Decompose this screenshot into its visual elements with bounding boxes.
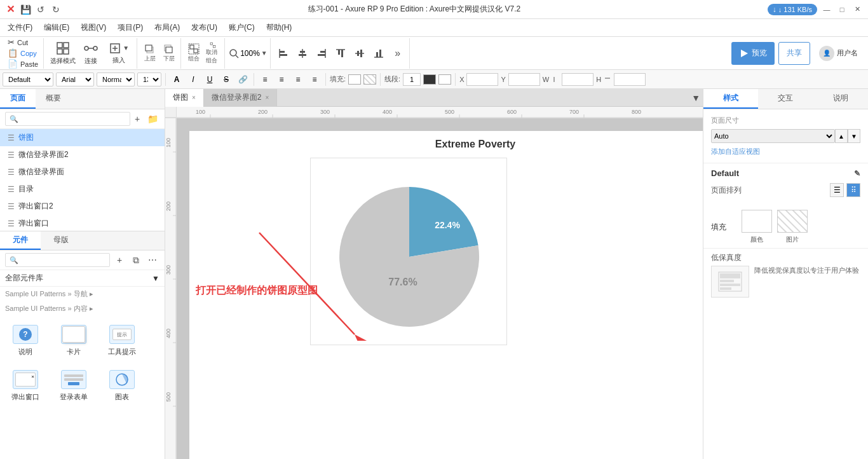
save-icon[interactable]: 💾 xyxy=(20,4,31,15)
font-size-select[interactable]: 13 xyxy=(137,72,161,86)
tab-pages[interactable]: 页面 xyxy=(0,89,36,109)
comp-item-0[interactable]: ? 说明 xyxy=(3,319,48,361)
comp-item-1[interactable]: 卡片 xyxy=(51,319,97,361)
group-button[interactable]: 组合 xyxy=(185,41,203,66)
comp-item-3[interactable]: × 弹出窗口 xyxy=(3,364,48,406)
more-align-button[interactable]: » xyxy=(389,41,407,66)
page-item-popup[interactable]: ☰ 弹出窗口 xyxy=(0,215,165,231)
y-input[interactable] xyxy=(508,73,540,86)
comp-library-select[interactable]: 全部元件库 ▼ xyxy=(0,270,165,287)
redo-icon[interactable]: ↻ xyxy=(51,4,61,15)
menu-project[interactable]: 项目(P) xyxy=(112,21,148,34)
page-item-mulu[interactable]: ☰ 目录 xyxy=(0,181,165,198)
tab-masters[interactable]: 母版 xyxy=(41,231,81,250)
chart-frame[interactable]: 22.4% 77.6% xyxy=(310,158,507,345)
menu-account[interactable]: 账户(C) xyxy=(224,21,260,34)
paste-button[interactable]: 📄 Paste xyxy=(5,58,41,69)
comp-item-4[interactable]: 登录表单 xyxy=(51,364,97,406)
justify-text-button[interactable]: ≡ xyxy=(308,72,322,86)
page-size-up-button[interactable]: ▲ xyxy=(835,129,848,143)
page-item-popup2[interactable]: ☰ 弹出窗口2 xyxy=(0,198,165,215)
down-layer-button[interactable]: 下层 xyxy=(160,41,178,66)
insert-button[interactable]: ▼ 插入 xyxy=(104,39,134,67)
default-edit-icon[interactable]: ✎ xyxy=(854,169,860,178)
tab-style[interactable]: 样式 xyxy=(703,89,758,109)
page-item-wechat2[interactable]: ☰ 微信登录界面2 xyxy=(0,146,165,163)
comp-copy-button[interactable]: ⧉ xyxy=(129,253,143,267)
comp-more-button[interactable]: ⋯ xyxy=(146,253,159,267)
align-left-text-button[interactable]: ≡ xyxy=(258,72,272,86)
align-left-button[interactable] xyxy=(275,41,292,66)
canvas-white-page[interactable]: Extreme Poverty xyxy=(189,131,703,459)
library-section1[interactable]: Sample UI Patterns » 导航 ▸ xyxy=(0,287,165,301)
fill-color-button[interactable] xyxy=(742,210,772,233)
menu-publish[interactable]: 发布(U) xyxy=(186,21,222,34)
menu-layout[interactable]: 布局(A) xyxy=(149,21,185,34)
fill-pattern-swatch[interactable] xyxy=(363,74,376,85)
pages-search-input[interactable] xyxy=(5,112,130,126)
w-input[interactable] xyxy=(562,73,593,86)
connect-button[interactable]: 连接 xyxy=(79,39,102,67)
line-color-swatch[interactable] xyxy=(423,74,436,85)
close-button[interactable]: ✕ xyxy=(851,4,863,15)
align-top-button[interactable] xyxy=(332,41,349,66)
canvas-scroll-area[interactable]: Extreme Poverty xyxy=(177,118,703,459)
line-size-input[interactable] xyxy=(403,73,421,86)
cut-button[interactable]: ✂ Cut xyxy=(5,37,41,48)
fill-image-button[interactable] xyxy=(777,210,808,233)
comp-item-5[interactable]: 图表 xyxy=(99,364,145,406)
comp-search-input[interactable] xyxy=(5,253,110,267)
italic-button[interactable]: I xyxy=(186,72,200,86)
align-middle-button[interactable] xyxy=(351,41,369,66)
link-button[interactable]: 🔗 xyxy=(236,72,250,86)
ungroup-button[interactable]: 取消组合 xyxy=(204,41,222,66)
select-mode-button[interactable]: 选择模式 xyxy=(48,39,78,67)
align-bottom-button[interactable] xyxy=(370,41,388,66)
canvas-tab-wechat2[interactable]: 微信登录界面2 × xyxy=(204,89,278,107)
low-fidelity-preview[interactable] xyxy=(711,266,749,298)
arrange-cols-button[interactable]: ⠿ xyxy=(846,183,860,197)
add-folder-button[interactable]: 📁 xyxy=(146,112,159,126)
align-right-text-button[interactable]: ≡ xyxy=(291,72,305,86)
align-center-button[interactable] xyxy=(294,41,311,66)
canvas-tab-close-1[interactable]: × xyxy=(266,94,269,101)
align-center-text-button[interactable]: ≡ xyxy=(275,72,288,86)
share-button[interactable]: 共享 xyxy=(778,42,810,65)
page-item-bingtu[interactable]: ☰ 饼图 xyxy=(0,129,165,146)
library-section2[interactable]: Sample UI Patterns » 内容 ▸ xyxy=(0,301,165,316)
copy-button[interactable]: 📋 Copy xyxy=(5,48,41,58)
fill-color-swatch[interactable] xyxy=(348,74,361,85)
canvas-tab-more[interactable]: ▼ xyxy=(691,93,700,103)
up-layer-button[interactable]: 上层 xyxy=(141,41,159,66)
menu-help[interactable]: 帮助(H) xyxy=(261,21,297,34)
tab-outline[interactable]: 概要 xyxy=(36,89,71,109)
undo-icon[interactable]: ↺ xyxy=(36,4,46,15)
maximize-button[interactable]: □ xyxy=(836,4,848,15)
zoom-dropdown-icon[interactable]: ▼ xyxy=(261,50,268,57)
menu-file[interactable]: 文件(F) xyxy=(3,21,37,34)
canvas-tab-bingtu[interactable]: 饼图 × xyxy=(165,89,204,107)
font-select[interactable]: Arial xyxy=(56,72,94,86)
strikethrough-button[interactable]: S xyxy=(219,72,233,86)
minimize-button[interactable]: — xyxy=(821,4,832,15)
align-right-button[interactable] xyxy=(313,41,330,66)
menu-view[interactable]: 视图(V) xyxy=(76,21,111,34)
bold-button[interactable]: A xyxy=(170,72,184,86)
tab-interact[interactable]: 交互 xyxy=(758,89,813,109)
line-style-swatch[interactable] xyxy=(438,74,451,85)
canvas-tab-close-0[interactable]: × xyxy=(192,94,196,101)
comp-item-2[interactable]: 提示 工具提示 xyxy=(99,319,145,361)
tab-notes[interactable]: 说明 xyxy=(813,89,868,109)
preview-button[interactable]: 预览 xyxy=(731,42,775,65)
menu-edit[interactable]: 编辑(E) xyxy=(39,21,74,34)
h-input[interactable] xyxy=(614,73,646,86)
x-input[interactable] xyxy=(466,73,498,86)
page-item-wechat[interactable]: ☰ 微信登录界面 xyxy=(0,163,165,181)
add-comp-button[interactable]: + xyxy=(112,253,126,267)
underline-button[interactable]: U xyxy=(203,72,217,86)
page-size-select[interactable]: Auto xyxy=(711,129,835,143)
adaptive-view-link[interactable]: 添加自适应视图 xyxy=(711,147,860,156)
add-page-button[interactable]: + xyxy=(130,112,144,126)
tab-components[interactable]: 元件 xyxy=(0,231,41,250)
page-size-down-button[interactable]: ▼ xyxy=(848,129,860,143)
